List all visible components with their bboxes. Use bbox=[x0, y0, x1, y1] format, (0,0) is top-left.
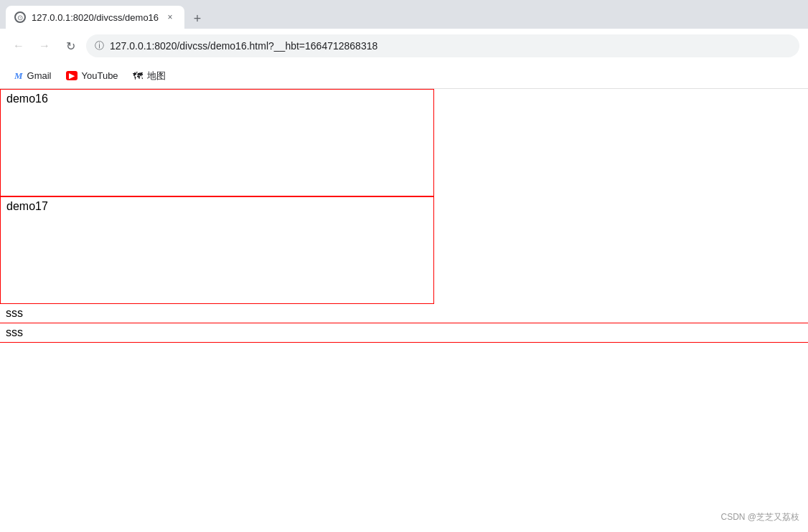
nav-bar: ← → ↻ ⓘ 127.0.0.1:8020/divcss/demo16.htm… bbox=[0, 29, 808, 63]
demo17-box: demo17 bbox=[0, 196, 434, 304]
tab-close-button[interactable]: × bbox=[164, 11, 176, 23]
youtube-label: YouTube bbox=[82, 70, 118, 81]
forward-button[interactable]: → bbox=[34, 36, 55, 56]
sss-label-1: sss bbox=[6, 307, 23, 319]
gmail-label: Gmail bbox=[27, 70, 52, 81]
sss-label-2: sss bbox=[6, 326, 23, 338]
watermark: CSDN @芝芝又荔枝 bbox=[720, 511, 799, 523]
back-button[interactable]: ← bbox=[9, 36, 29, 56]
page-content: demo16 demo17 sss sss CSDN @芝芝又荔枝 bbox=[0, 89, 808, 532]
demo17-label: demo17 bbox=[6, 200, 48, 212]
bookmarks-bar: M Gmail ▶ YouTube 🗺 地图 bbox=[0, 63, 808, 89]
bookmark-youtube[interactable]: ▶ YouTube bbox=[60, 67, 124, 84]
demo16-box: demo16 bbox=[0, 89, 434, 196]
url-text: 127.0.0.1:8020/divcss/demo16.html?__hbt=… bbox=[110, 40, 377, 52]
lock-icon: ⓘ bbox=[95, 39, 104, 52]
maps-label: 地图 bbox=[147, 70, 166, 82]
sss-row-1: sss bbox=[0, 304, 808, 323]
bookmark-maps[interactable]: 🗺 地图 bbox=[127, 67, 172, 85]
youtube-icon: ▶ bbox=[66, 71, 77, 80]
gmail-icon: M bbox=[14, 70, 23, 82]
demo16-label: demo16 bbox=[6, 92, 48, 105]
sss-row-2: sss bbox=[0, 323, 808, 343]
tab-favicon: ⊙ bbox=[14, 11, 26, 23]
active-tab[interactable]: ⊙ 127.0.0.1:8020/divcss/demo16 × bbox=[6, 6, 184, 29]
tab-title: 127.0.0.1:8020/divcss/demo16 bbox=[32, 12, 159, 23]
address-bar[interactable]: ⓘ 127.0.0.1:8020/divcss/demo16.html?__hb… bbox=[86, 34, 799, 57]
new-tab-button[interactable]: + bbox=[187, 9, 207, 29]
refresh-button[interactable]: ↻ bbox=[60, 36, 80, 56]
browser-chrome: ⊙ 127.0.0.1:8020/divcss/demo16 × + ← → ↻… bbox=[0, 0, 808, 89]
maps-icon: 🗺 bbox=[133, 70, 143, 82]
tab-bar: ⊙ 127.0.0.1:8020/divcss/demo16 × + bbox=[0, 0, 808, 29]
bookmark-gmail[interactable]: M Gmail bbox=[9, 67, 57, 85]
